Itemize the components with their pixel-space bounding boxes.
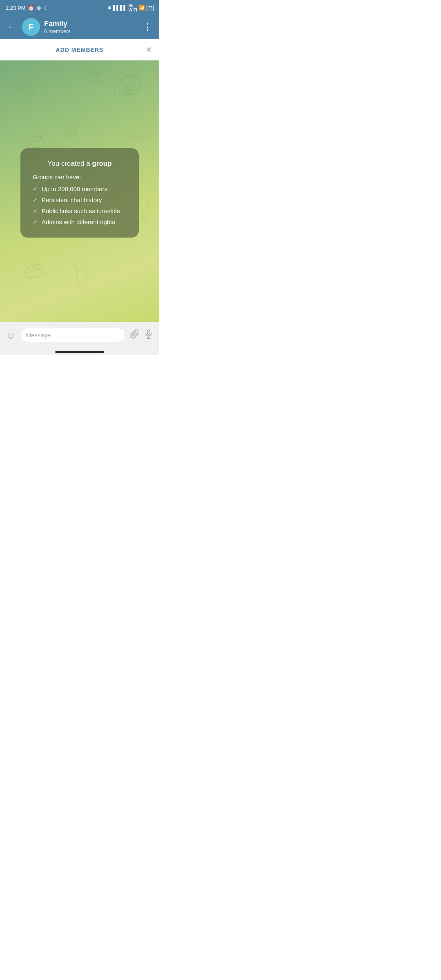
svg-point-27 xyxy=(73,131,77,135)
svg-point-25 xyxy=(67,122,71,126)
alarm-icon: ⏰ xyxy=(28,5,34,11)
battery-icon: 77 xyxy=(147,5,154,11)
list-item: ✓ Public links such as t.me/title xyxy=(33,207,127,214)
svg-point-12 xyxy=(33,133,41,141)
message-input-wrap xyxy=(20,328,126,342)
back-button[interactable]: ← xyxy=(6,20,18,34)
svg-point-29 xyxy=(62,131,66,135)
check-icon: ✓ xyxy=(33,197,38,203)
battery-level: 77 xyxy=(148,6,152,10)
header-info: Family 6 members xyxy=(44,20,137,35)
svg-line-15 xyxy=(139,122,141,126)
svg-line-22 xyxy=(143,216,147,224)
svg-point-9 xyxy=(131,75,140,83)
check-icon: ✓ xyxy=(33,219,38,225)
info-card-subtitle: Groups can have: xyxy=(33,174,127,180)
svg-point-31 xyxy=(75,258,88,271)
moon-icon: ☾ xyxy=(44,5,49,11)
add-members-label[interactable]: ADD MEMBERS xyxy=(56,47,104,53)
mic-button[interactable] xyxy=(144,329,154,341)
svg-point-3 xyxy=(21,91,28,97)
info-card-title: You created a group xyxy=(33,160,127,168)
info-card: You created a group Groups can have: ✓ U… xyxy=(20,148,139,238)
svg-point-0 xyxy=(16,84,33,102)
svg-point-1 xyxy=(16,83,24,91)
svg-line-4 xyxy=(53,73,69,93)
group-avatar: F xyxy=(22,18,40,36)
svg-point-13 xyxy=(131,126,147,142)
check-icon: ✓ xyxy=(33,186,38,192)
svg-rect-34 xyxy=(147,330,150,334)
list-item: ✓ Up to 200,000 members xyxy=(33,185,127,192)
svg-rect-23 xyxy=(114,85,127,95)
status-time: 1:23 PM xyxy=(6,5,25,11)
home-bar xyxy=(55,351,104,353)
bluetooth-icon: ✱ xyxy=(107,5,111,11)
emoji-button[interactable]: ☺ xyxy=(6,330,16,341)
chat-header: ← F Family 6 members ⋮ xyxy=(0,15,159,39)
svg-marker-6 xyxy=(87,69,100,82)
svg-line-14 xyxy=(137,122,139,126)
status-right: ✱ ▌▌▌▌ VoWiFi 📶 77 xyxy=(107,3,154,12)
add-members-bar: ADD MEMBERS ✕ xyxy=(0,39,159,60)
svg-point-11 xyxy=(29,136,45,148)
wifi-icon: 📶 xyxy=(139,5,145,11)
svg-point-32 xyxy=(24,268,41,278)
signal-icon: ▌▌▌▌ xyxy=(113,5,127,11)
bottom-input-bar: ☺ xyxy=(0,322,159,348)
more-options-button[interactable]: ⋮ xyxy=(141,20,154,34)
home-indicator xyxy=(0,348,159,355)
whatsapp-icon: ⊚ xyxy=(37,5,41,11)
svg-point-26 xyxy=(73,125,77,129)
svg-rect-5 xyxy=(51,70,55,78)
svg-line-21 xyxy=(139,216,143,224)
attach-button[interactable] xyxy=(130,329,140,341)
svg-point-8 xyxy=(122,75,130,83)
status-bar: 1:23 PM ⏰ ⊚ ☾ ✱ ▌▌▌▌ VoWiFi 📶 77 xyxy=(0,0,159,15)
svg-point-28 xyxy=(67,134,71,138)
svg-point-10 xyxy=(127,85,135,91)
member-count: 6 members xyxy=(44,28,137,34)
check-icon: ✓ xyxy=(33,208,38,214)
add-members-close-button[interactable]: ✕ xyxy=(146,45,152,54)
status-left: 1:23 PM ⏰ ⊚ ☾ xyxy=(6,5,49,11)
svg-point-30 xyxy=(62,125,66,129)
list-item: ✓ Persistent chat history xyxy=(33,196,127,203)
svg-point-2 xyxy=(25,83,33,91)
svg-point-7 xyxy=(121,75,140,95)
info-card-list: ✓ Up to 200,000 members ✓ Persistent cha… xyxy=(33,185,127,225)
chat-background: You created a group Groups can have: ✓ U… xyxy=(0,60,159,322)
svg-point-33 xyxy=(29,265,36,271)
svg-point-24 xyxy=(67,127,72,132)
message-input[interactable] xyxy=(26,332,120,339)
list-item: ✓ Admins with different rights xyxy=(33,218,127,225)
group-name: Family xyxy=(44,20,137,29)
vo-wifi-label: VoWiFi xyxy=(129,3,137,12)
